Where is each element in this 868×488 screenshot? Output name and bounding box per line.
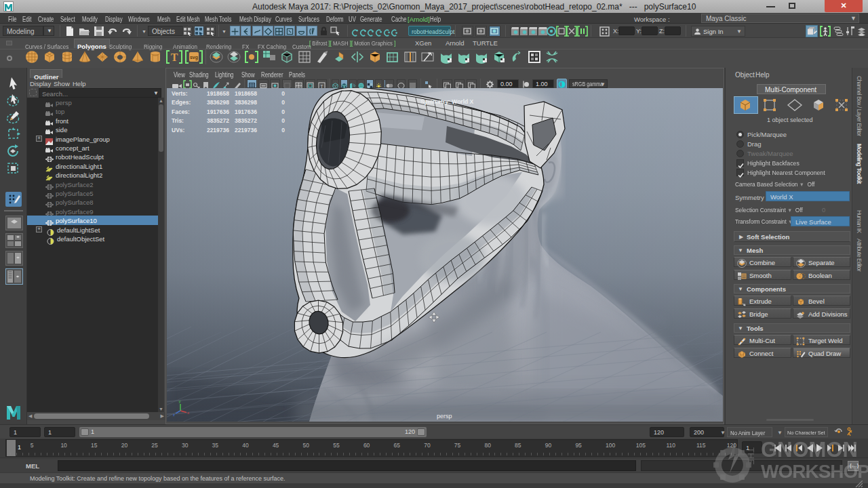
- svg-text:3835272: 3835272: [207, 117, 229, 124]
- svg-text:0: 0: [281, 90, 285, 97]
- svg-text:2219736: 2219736: [235, 127, 257, 134]
- svg-text:y: y: [179, 399, 181, 403]
- svg-text:3836298: 3836298: [207, 99, 229, 106]
- svg-text:1917636: 1917636: [207, 108, 229, 115]
- svg-text:3835272: 3835272: [235, 117, 257, 124]
- svg-text:1918658: 1918658: [207, 90, 229, 97]
- svg-text:3836298: 3836298: [235, 99, 257, 106]
- svg-text:2219736: 2219736: [207, 127, 229, 134]
- svg-text:0: 0: [281, 127, 285, 134]
- svg-text:Symmetry: World X: Symmetry: World X: [420, 98, 474, 105]
- svg-text:0: 0: [281, 108, 285, 115]
- svg-text:svg: svg: [190, 55, 198, 60]
- svg-text:persp: persp: [437, 413, 452, 420]
- svg-text:z: z: [173, 413, 175, 417]
- svg-text:Verts:: Verts:: [172, 90, 188, 97]
- svg-text:Faces:: Faces:: [172, 108, 190, 115]
- svg-text:1917636: 1917636: [235, 108, 257, 115]
- svg-text:Edges:: Edges:: [172, 99, 191, 106]
- svg-text:1918658: 1918658: [235, 90, 257, 97]
- svg-text:UVs:: UVs:: [172, 127, 185, 134]
- svg-text:0: 0: [281, 117, 285, 124]
- svg-text:0: 0: [281, 99, 285, 106]
- svg-text:T: T: [171, 52, 178, 63]
- svg-text:Tris:: Tris:: [172, 117, 184, 124]
- svg-text:x: x: [187, 411, 189, 415]
